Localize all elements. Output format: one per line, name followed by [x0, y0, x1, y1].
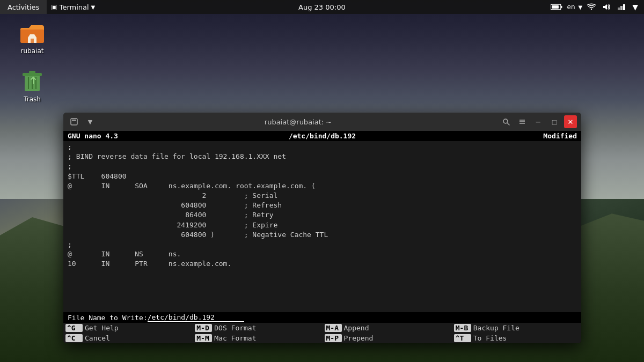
dropdown-arrow: ▼: [88, 119, 92, 125]
key-ctrl-t: ^T: [454, 334, 471, 342]
home-folder-label: rubaiat: [21, 47, 44, 55]
svg-line-18: [508, 123, 510, 125]
home-folder-svg: [19, 19, 45, 45]
wifi-icon[interactable]: [586, 3, 597, 11]
svg-point-17: [503, 119, 508, 123]
svg-rect-3: [618, 8, 620, 10]
maximize-button[interactable]: □: [548, 115, 561, 128]
filename-prompt-label: File Name to Write:: [68, 314, 148, 322]
trash-label: Trash: [24, 95, 41, 103]
key-m-m: M-M: [195, 334, 212, 342]
terminal-titlebar: ▼ rubaiat@rubaiat: ~ − □ ✕: [63, 113, 581, 131]
topbar-clock: Aug 23 00:00: [99, 3, 544, 11]
terminal-menu-label: Terminal: [60, 3, 89, 11]
nano-file-path: /etc/bind/db.192: [237, 132, 407, 140]
svg-rect-16: [72, 120, 76, 121]
terminal-window: ▼ rubaiat@rubaiat: ~ − □ ✕: [63, 113, 581, 343]
key-m-d: M-D: [195, 324, 212, 332]
label-backup: Backup File: [473, 324, 519, 332]
battery-icon: [549, 4, 564, 10]
system-menu-icon[interactable]: ▼: [631, 3, 640, 11]
key-m-p: M-P: [325, 334, 342, 342]
shortcut-append: M-A Append: [323, 323, 452, 333]
terminal-menu-arrow: ▼: [91, 4, 96, 10]
key-m-b: M-B: [454, 324, 471, 332]
label-append: Append: [344, 324, 369, 332]
svg-rect-8: [31, 39, 34, 43]
label-get-help: Get Help: [85, 324, 119, 332]
shortcut-prepend: M-P Prepend: [323, 334, 452, 343]
nano-shortcuts: ^G Get Help M-D DOS Format M-A Append M-…: [63, 323, 581, 343]
shortcut-get-help: ^G Get Help: [63, 323, 193, 333]
svg-rect-2: [561, 6, 562, 8]
activities-button[interactable]: Activities: [0, 0, 47, 14]
lang-arrow: ▼: [579, 4, 583, 10]
close-button[interactable]: ✕: [564, 115, 577, 128]
svg-rect-5: [623, 4, 625, 10]
shortcut-backup: M-B Backup File: [452, 323, 581, 333]
terminal-title: rubaiat@rubaiat: ~: [100, 118, 496, 126]
key-ctrl-g: ^G: [65, 324, 83, 332]
key-m-a: M-A: [325, 324, 342, 332]
nano-editor[interactable]: GNU nano 4.3 /etc/bind/db.192 Modified ;…: [63, 131, 581, 343]
label-to-files: To Files: [473, 334, 507, 342]
terminal-dropdown-btn[interactable]: ▼: [84, 115, 97, 128]
nano-version: GNU nano 4.3: [68, 132, 237, 140]
nano-filename-bar: File Name to Write:: [63, 312, 581, 323]
svg-rect-4: [620, 6, 623, 10]
key-ctrl-c: ^C: [65, 334, 83, 342]
home-folder-icon[interactable]: rubaiat: [11, 19, 54, 55]
datetime-label: Aug 23 00:00: [298, 3, 346, 11]
network-icon[interactable]: [616, 3, 627, 11]
shortcut-mac-format: M-M Mac Format: [193, 334, 322, 343]
trash-folder-svg: [19, 68, 45, 93]
svg-rect-1: [552, 5, 559, 9]
lang-label: en: [567, 3, 575, 11]
shortcut-row-2: ^C Cancel M-M Mac Format M-P Prepend ^T …: [63, 333, 581, 343]
terminal-menu[interactable]: ▣ Terminal ▼: [47, 0, 99, 14]
svg-rect-15: [71, 119, 77, 125]
terminal-window-icon: ▣: [51, 3, 57, 11]
label-prepend: Prepend: [344, 334, 374, 342]
label-mac-format: Mac Format: [214, 334, 256, 342]
shortcut-to-files: ^T To Files: [452, 334, 581, 343]
shortcut-row-1: ^G Get Help M-D DOS Format M-A Append M-…: [63, 323, 581, 333]
trash-icon-desktop[interactable]: Trash: [11, 68, 54, 103]
shortcut-cancel: ^C Cancel: [63, 334, 193, 343]
shortcut-dos-format: M-D DOS Format: [193, 323, 322, 333]
label-dos-format: DOS Format: [214, 324, 256, 332]
nano-content-area[interactable]: ; ; BIND reverse data file for local 192…: [63, 141, 581, 312]
topbar: Activities ▣ Terminal ▼ Aug 23 00:00 en …: [0, 0, 644, 14]
label-cancel: Cancel: [85, 334, 110, 342]
activities-label: Activities: [8, 3, 39, 11]
terminal-icon-btn[interactable]: [68, 115, 80, 128]
minimize-button[interactable]: −: [532, 115, 545, 128]
nano-modified: Modified: [407, 132, 577, 140]
search-button[interactable]: [500, 115, 513, 128]
topbar-right-area: en ▼: [545, 0, 644, 14]
filename-input[interactable]: [148, 313, 244, 322]
menu-button[interactable]: [516, 115, 529, 128]
nano-header: GNU nano 4.3 /etc/bind/db.192 Modified: [63, 131, 581, 141]
volume-icon[interactable]: [601, 3, 612, 11]
svg-rect-11: [29, 71, 35, 73]
